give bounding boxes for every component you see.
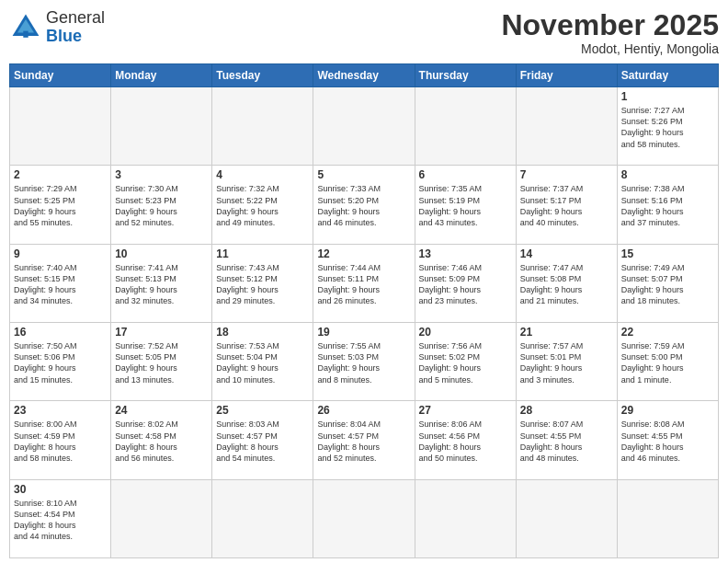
logo-general: General <box>46 8 105 27</box>
day-number: 27 <box>419 404 512 417</box>
empty-cell <box>313 87 415 166</box>
day-info: Sunrise: 7:59 AMSunset: 5:00 PMDaylight:… <box>621 340 714 385</box>
header-friday: Friday <box>516 64 617 87</box>
page-container: General Blue November 2025 Modot, Hentiy… <box>0 0 728 563</box>
day-4: 4 Sunrise: 7:32 AMSunset: 5:22 PMDayligh… <box>212 166 313 244</box>
day-number: 23 <box>14 404 107 417</box>
day-17: 17 Sunrise: 7:52 AMSunset: 5:05 PMDaylig… <box>111 323 212 401</box>
day-info: Sunrise: 7:38 AMSunset: 5:16 PMDaylight:… <box>621 183 714 228</box>
header-monday: Monday <box>111 64 212 87</box>
day-info: Sunrise: 8:04 AMSunset: 4:57 PMDaylight:… <box>317 419 410 464</box>
day-info: Sunrise: 7:52 AMSunset: 5:05 PMDaylight:… <box>115 340 208 385</box>
day-number: 15 <box>621 247 714 260</box>
day-29: 29 Sunrise: 8:08 AMSunset: 4:55 PMDaylig… <box>617 401 718 479</box>
day-info: Sunrise: 8:07 AMSunset: 4:55 PMDaylight:… <box>520 419 613 464</box>
day-20: 20 Sunrise: 7:56 AMSunset: 5:02 PMDaylig… <box>415 323 516 401</box>
day-info: Sunrise: 7:41 AMSunset: 5:13 PMDaylight:… <box>115 262 208 307</box>
day-9: 9 Sunrise: 7:40 AMSunset: 5:15 PMDayligh… <box>10 244 111 322</box>
calendar-row-1: 1 Sunrise: 7:27 AMSunset: 5:26 PMDayligh… <box>10 87 719 166</box>
calendar-row-4: 16 Sunrise: 7:50 AMSunset: 5:06 PMDaylig… <box>10 323 719 401</box>
day-6: 6 Sunrise: 7:35 AMSunset: 5:19 PMDayligh… <box>415 166 516 244</box>
day-1: 1 Sunrise: 7:27 AMSunset: 5:26 PMDayligh… <box>617 87 718 166</box>
logo-blue: Blue <box>46 27 82 45</box>
day-info: Sunrise: 8:00 AMSunset: 4:59 PMDaylight:… <box>14 419 107 464</box>
header-wednesday: Wednesday <box>313 64 415 87</box>
day-22: 22 Sunrise: 7:59 AMSunset: 5:00 PMDaylig… <box>617 323 718 401</box>
day-number: 16 <box>14 326 107 339</box>
day-number: 7 <box>520 168 613 181</box>
day-info: Sunrise: 7:46 AMSunset: 5:09 PMDaylight:… <box>419 262 512 307</box>
empty-cell <box>10 87 111 166</box>
title-block: November 2025 Modot, Hentiy, Mongolia <box>501 9 719 56</box>
day-info: Sunrise: 7:30 AMSunset: 5:23 PMDaylight:… <box>115 183 208 228</box>
empty-cell <box>415 87 516 166</box>
day-number: 17 <box>115 326 208 339</box>
day-number: 13 <box>419 247 512 260</box>
day-15: 15 Sunrise: 7:49 AMSunset: 5:07 PMDaylig… <box>617 244 718 322</box>
day-number: 10 <box>115 247 208 260</box>
day-11: 11 Sunrise: 7:43 AMSunset: 5:12 PMDaylig… <box>212 244 313 322</box>
day-number: 20 <box>419 326 512 339</box>
day-info: Sunrise: 7:27 AMSunset: 5:26 PMDaylight:… <box>621 105 714 150</box>
day-info: Sunrise: 7:29 AMSunset: 5:25 PMDaylight:… <box>14 183 107 228</box>
day-number: 21 <box>520 326 613 339</box>
empty-cell <box>212 479 313 557</box>
day-info: Sunrise: 7:57 AMSunset: 5:01 PMDaylight:… <box>520 340 613 385</box>
empty-cell <box>516 87 617 166</box>
day-27: 27 Sunrise: 8:06 AMSunset: 4:56 PMDaylig… <box>415 401 516 479</box>
day-10: 10 Sunrise: 7:41 AMSunset: 5:13 PMDaylig… <box>111 244 212 322</box>
day-number: 24 <box>115 404 208 417</box>
day-28: 28 Sunrise: 8:07 AMSunset: 4:55 PMDaylig… <box>516 401 617 479</box>
day-number: 30 <box>14 483 107 496</box>
empty-cell <box>111 87 212 166</box>
calendar-table: Sunday Monday Tuesday Wednesday Thursday… <box>9 63 719 558</box>
day-number: 5 <box>317 168 410 181</box>
calendar-row-6: 30 Sunrise: 8:10 AMSunset: 4:54 PMDaylig… <box>10 479 719 557</box>
day-info: Sunrise: 7:43 AMSunset: 5:12 PMDaylight:… <box>216 262 309 307</box>
day-24: 24 Sunrise: 8:02 AMSunset: 4:58 PMDaylig… <box>111 401 212 479</box>
day-30: 30 Sunrise: 8:10 AMSunset: 4:54 PMDaylig… <box>10 479 111 557</box>
logo-text: General Blue <box>46 9 105 46</box>
day-number: 29 <box>621 404 714 417</box>
day-info: Sunrise: 7:47 AMSunset: 5:08 PMDaylight:… <box>520 262 613 307</box>
day-number: 2 <box>14 168 107 181</box>
day-number: 8 <box>621 168 714 181</box>
day-info: Sunrise: 7:35 AMSunset: 5:19 PMDaylight:… <box>419 183 512 228</box>
empty-cell <box>313 479 415 557</box>
day-13: 13 Sunrise: 7:46 AMSunset: 5:09 PMDaylig… <box>415 244 516 322</box>
month-title: November 2025 <box>501 9 719 41</box>
day-info: Sunrise: 7:53 AMSunset: 5:04 PMDaylight:… <box>216 340 309 385</box>
day-info: Sunrise: 7:40 AMSunset: 5:15 PMDaylight:… <box>14 262 107 307</box>
header-thursday: Thursday <box>415 64 516 87</box>
day-26: 26 Sunrise: 8:04 AMSunset: 4:57 PMDaylig… <box>313 401 415 479</box>
day-14: 14 Sunrise: 7:47 AMSunset: 5:08 PMDaylig… <box>516 244 617 322</box>
calendar-row-2: 2 Sunrise: 7:29 AMSunset: 5:25 PMDayligh… <box>10 166 719 244</box>
weekday-header-row: Sunday Monday Tuesday Wednesday Thursday… <box>10 64 719 87</box>
day-number: 19 <box>317 326 410 339</box>
logo-icon <box>9 11 42 44</box>
day-12: 12 Sunrise: 7:44 AMSunset: 5:11 PMDaylig… <box>313 244 415 322</box>
day-number: 11 <box>216 247 309 260</box>
day-info: Sunrise: 8:06 AMSunset: 4:56 PMDaylight:… <box>419 419 512 464</box>
empty-cell <box>212 87 313 166</box>
day-number: 4 <box>216 168 309 181</box>
day-info: Sunrise: 8:02 AMSunset: 4:58 PMDaylight:… <box>115 419 208 464</box>
day-info: Sunrise: 7:56 AMSunset: 5:02 PMDaylight:… <box>419 340 512 385</box>
calendar-row-3: 9 Sunrise: 7:40 AMSunset: 5:15 PMDayligh… <box>10 244 719 322</box>
day-23: 23 Sunrise: 8:00 AMSunset: 4:59 PMDaylig… <box>10 401 111 479</box>
day-info: Sunrise: 8:08 AMSunset: 4:55 PMDaylight:… <box>621 419 714 464</box>
empty-cell <box>516 479 617 557</box>
empty-cell <box>111 479 212 557</box>
day-19: 19 Sunrise: 7:55 AMSunset: 5:03 PMDaylig… <box>313 323 415 401</box>
location: Modot, Hentiy, Mongolia <box>501 41 719 56</box>
day-info: Sunrise: 7:55 AMSunset: 5:03 PMDaylight:… <box>317 340 410 385</box>
day-16: 16 Sunrise: 7:50 AMSunset: 5:06 PMDaylig… <box>10 323 111 401</box>
empty-cell <box>415 479 516 557</box>
day-info: Sunrise: 8:10 AMSunset: 4:54 PMDaylight:… <box>14 498 107 543</box>
day-info: Sunrise: 7:50 AMSunset: 5:06 PMDaylight:… <box>14 340 107 385</box>
day-info: Sunrise: 7:49 AMSunset: 5:07 PMDaylight:… <box>621 262 714 307</box>
day-number: 28 <box>520 404 613 417</box>
header-saturday: Saturday <box>617 64 718 87</box>
day-25: 25 Sunrise: 8:03 AMSunset: 4:57 PMDaylig… <box>212 401 313 479</box>
day-info: Sunrise: 7:33 AMSunset: 5:20 PMDaylight:… <box>317 183 410 228</box>
